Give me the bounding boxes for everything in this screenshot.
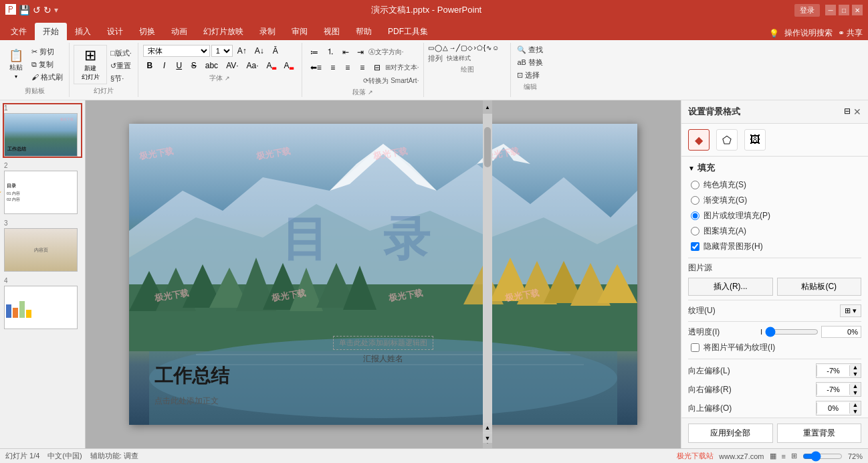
tab-home[interactable]: 开始 bbox=[35, 23, 67, 40]
login-button[interactable]: 登录 bbox=[794, 4, 820, 17]
redo-icon[interactable]: ↻ bbox=[43, 5, 51, 15]
highlight-button[interactable]: A▃ bbox=[263, 60, 280, 72]
ellipse-shape[interactable]: ◯ bbox=[435, 44, 442, 52]
apply-all-button[interactable]: 应用到全部 bbox=[688, 424, 773, 443]
arrow-shape[interactable]: → bbox=[449, 44, 455, 52]
offset-l-spinner-buttons[interactable]: ▲ ▼ bbox=[850, 364, 861, 377]
char-spacing-button[interactable]: AV· bbox=[223, 60, 241, 72]
tab-animation[interactable]: 动画 bbox=[163, 23, 195, 40]
font-name-select[interactable]: 宋体 bbox=[143, 45, 210, 57]
diamond-shape[interactable]: ◇ bbox=[467, 44, 473, 52]
section-button[interactable]: §节· bbox=[108, 73, 134, 84]
next-slide-button[interactable]: ▼ bbox=[483, 434, 492, 443]
transparency-slider[interactable] bbox=[765, 327, 819, 337]
picture-fill-radio[interactable] bbox=[691, 211, 699, 220]
shrink-font-button[interactable]: A↓ bbox=[251, 45, 267, 57]
underline-button[interactable]: U bbox=[173, 60, 186, 72]
smiley-shape[interactable]: ☺ bbox=[492, 44, 499, 52]
tab-record[interactable]: 录制 bbox=[251, 23, 284, 40]
align-right-button[interactable]: ≡ bbox=[341, 62, 354, 74]
italic-button[interactable]: I bbox=[158, 60, 171, 72]
layout-button[interactable]: □版式· bbox=[108, 48, 134, 59]
font-color-button[interactable]: Aa· bbox=[243, 60, 262, 72]
tab-slideshow[interactable]: 幻灯片放映 bbox=[195, 23, 251, 40]
offset-r-spinner-buttons[interactable]: ▲ ▼ bbox=[850, 383, 861, 396]
reset-button[interactable]: ↺重置 bbox=[108, 60, 134, 72]
panel-expand-icon[interactable]: ⊟ bbox=[844, 106, 851, 117]
clipboard-paste-button[interactable]: 粘贴板(C) bbox=[777, 278, 862, 296]
add-subtitle-placeholder[interactable]: 单击此处添加副标题逻辑图 bbox=[333, 336, 433, 350]
tab-help[interactable]: 帮助 bbox=[348, 23, 380, 40]
grow-font-button[interactable]: A↑ bbox=[234, 45, 250, 57]
replace-button[interactable]: aB 替换 bbox=[515, 57, 545, 68]
tab-pdf[interactable]: PDF工具集 bbox=[380, 23, 436, 40]
tab-file[interactable]: 文件 bbox=[3, 23, 35, 40]
paste-button[interactable]: 📋 粘贴 ▾ bbox=[4, 49, 28, 81]
rounded-rect-shape[interactable]: ▢ bbox=[461, 44, 467, 52]
justify-button[interactable]: ≡ bbox=[356, 62, 369, 74]
tile-checkbox[interactable] bbox=[691, 343, 699, 352]
tab-review[interactable]: 审阅 bbox=[284, 23, 316, 40]
decrease-indent-button[interactable]: ⇤ bbox=[339, 46, 352, 58]
pentagon-icon-button[interactable]: ⬠ bbox=[716, 129, 738, 151]
tab-design[interactable]: 设计 bbox=[99, 23, 131, 40]
search-commands[interactable]: 操作说明搜索 bbox=[784, 27, 833, 39]
new-slide-button[interactable]: ⊞ 新建 幻灯片 bbox=[74, 45, 107, 84]
bullets-button[interactable]: ≔ bbox=[307, 46, 322, 58]
select-button[interactable]: ⊡ 选择 bbox=[515, 70, 545, 81]
view-normal-button[interactable]: ▦ bbox=[770, 452, 776, 460]
tab-insert[interactable]: 插入 bbox=[67, 23, 99, 40]
slide-subtitle-placeholder[interactable]: 点击此处添加正文 bbox=[154, 395, 219, 407]
restore-button[interactable]: □ bbox=[839, 5, 849, 15]
shadow-button[interactable]: abc bbox=[202, 60, 221, 72]
fill-icon-button[interactable]: ◆ bbox=[688, 129, 710, 151]
pentagon-shape[interactable]: ⬠ bbox=[477, 44, 483, 52]
brace-shape[interactable]: { bbox=[483, 44, 485, 52]
prev-slide-button[interactable]: ▲ bbox=[483, 423, 492, 432]
copy-button[interactable]: ⧉ 复制 bbox=[29, 59, 65, 70]
strikethrough-button[interactable]: S bbox=[187, 60, 201, 72]
align-center-button[interactable]: ≡ bbox=[326, 62, 340, 74]
line-shape[interactable]: ╱ bbox=[456, 44, 460, 52]
clear-format-button[interactable]: Ā bbox=[269, 45, 282, 57]
scroll-thumb[interactable] bbox=[484, 127, 491, 167]
cut-button[interactable]: ✂ 剪切 bbox=[29, 46, 65, 58]
wave-shape[interactable]: ∿ bbox=[486, 44, 492, 52]
vertical-scrollbar[interactable]: ▲ ▼ bbox=[483, 100, 492, 448]
find-button[interactable]: 🔍 查找 bbox=[515, 44, 545, 56]
reset-bg-button[interactable]: 重置背景 bbox=[777, 424, 862, 443]
fill-section-header[interactable]: ▼ 填充 bbox=[688, 162, 861, 174]
reporter-name[interactable]: 汇报人姓名 bbox=[363, 353, 403, 365]
slide-thumb-3[interactable]: 3 内容页 bbox=[3, 218, 82, 273]
offset-r-input[interactable] bbox=[817, 384, 850, 395]
bold-button[interactable]: B bbox=[143, 60, 156, 72]
solid-fill-radio[interactable] bbox=[691, 181, 699, 189]
numbering-button[interactable]: ⒈ bbox=[323, 45, 338, 59]
font-size-select[interactable]: 18 bbox=[211, 45, 233, 57]
offset-o-input[interactable] bbox=[817, 403, 850, 413]
panel-close-button[interactable]: ✕ bbox=[853, 106, 861, 117]
insert-image-button[interactable]: 插入(R)... bbox=[688, 278, 773, 296]
increase-indent-button[interactable]: ⇥ bbox=[354, 46, 367, 58]
undo-icon[interactable]: ↺ bbox=[33, 5, 41, 15]
offset-l-input[interactable] bbox=[817, 365, 850, 376]
share-button[interactable]: ⚭ 共享 bbox=[838, 27, 863, 39]
convert-smartart-label[interactable]: ⟳转换为 SmartArt· bbox=[363, 76, 419, 86]
arrange-button[interactable]: 排列 bbox=[428, 54, 443, 64]
font-color2-button[interactable]: A▃ bbox=[281, 60, 297, 72]
tab-view[interactable]: 视图 bbox=[316, 23, 348, 40]
hide-bg-shapes-checkbox[interactable] bbox=[691, 242, 699, 251]
pattern-fill-radio[interactable] bbox=[691, 227, 699, 236]
slide-thumb-4[interactable]: 4 bbox=[3, 276, 82, 331]
tab-transition[interactable]: 切换 bbox=[131, 23, 163, 40]
format-painter-button[interactable]: 🖌 格式刷 bbox=[29, 72, 65, 83]
transparency-input[interactable] bbox=[821, 326, 861, 338]
rect-shape[interactable]: ▭ bbox=[428, 44, 434, 52]
triangle-shape[interactable]: △ bbox=[443, 44, 448, 52]
slide-title[interactable]: 工作总结 bbox=[154, 363, 229, 389]
slide-thumb-2[interactable]: 2 ★ 目录 01 内容 02 内容 bbox=[3, 161, 82, 215]
columns-button[interactable]: ⊟ bbox=[370, 62, 384, 74]
minimize-button[interactable]: ─ bbox=[825, 5, 836, 15]
scroll-up-button[interactable]: ▲ bbox=[483, 100, 492, 114]
chevron-shape[interactable]: › bbox=[473, 44, 475, 52]
